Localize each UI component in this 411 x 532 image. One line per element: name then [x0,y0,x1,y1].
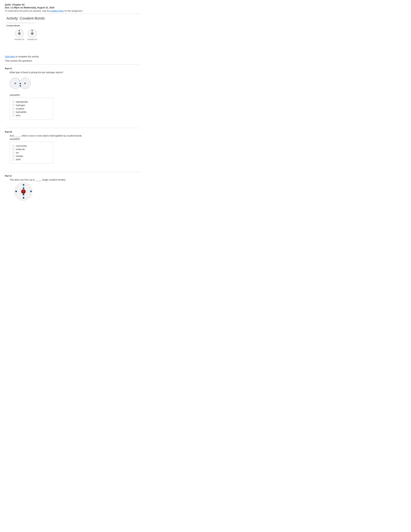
radio-b-5[interactable] [12,158,15,161]
radio-5[interactable] [12,114,15,116]
radio-1[interactable] [12,101,15,103]
part-a-option-1[interactable]: hydrophobic [12,101,51,103]
option-label-3: covalent [16,107,24,110]
quiz-policy: To understand how points are awarded, re… [5,10,140,12]
hydrogen-atom-b: Hydrogen (H) [28,29,37,40]
then-answer: Then answer the questions. [5,59,140,62]
part-b-option-4[interactable]: isotope [12,155,51,157]
option-label-5: ionic [16,114,20,117]
option-label-4: hydrophilic [16,111,27,113]
part-b-option-1[interactable]: community [12,145,51,147]
hydrogen-b-label: Hydrogen (H) [28,38,37,40]
radio-b-4[interactable] [12,155,15,157]
inner-electron-2 [23,194,24,195]
activity-title: Activity: Covalent Bonds [5,16,140,20]
h-right-label: H [24,82,26,85]
part-b-option-5[interactable]: shell [12,158,51,161]
radio-4[interactable] [12,111,15,113]
outer-electron-1 [23,184,24,186]
option-b-label-4: isotope [16,155,23,157]
covalent-bonds-label: Covalent Bonds [6,25,140,27]
radio-3[interactable] [12,107,15,110]
part-b-option-3[interactable]: ion [12,151,51,154]
option-label-2: hydrogen [16,104,25,106]
nucleus-atom-c [15,183,32,200]
part-c-divider [5,172,140,172]
outer-electron-2 [15,190,17,192]
radio-b-2[interactable] [12,148,15,150]
part-a-option-2[interactable]: hydrogen [12,104,51,106]
part-a-option-3[interactable]: covalent [12,107,51,110]
h-right-circle: H [19,78,31,89]
inner-electron-1 [23,187,24,189]
nucleus-c [21,189,26,194]
hydrogen-atom-a: Hydrogen (H) [15,29,24,40]
quiz-header: QUIZ: Chapter 02 Due: 11:59pm on Wednesd… [5,3,140,12]
part-a-header: Part A [5,67,140,70]
hydrogen-a-nucleus [18,32,21,35]
outer-electron-3 [30,190,32,192]
radio-b-1[interactable] [12,145,15,147]
part-b-question: A(n) _____ refers to two or more atoms h… [10,134,140,137]
hydrogen-diagram: Hydrogen (H) Hydrogen (H) [15,29,140,40]
activity-underline [6,23,36,23]
radio-2[interactable] [12,104,15,106]
option-label-1: hydrophobic [16,101,28,103]
part-a-option-4[interactable]: hydrophilic [12,111,51,113]
atom-diagram-c [15,183,140,200]
quiz-due: Due: 11:59pm on Wednesday, August 31, 20… [5,6,140,9]
radio-b-3[interactable] [12,152,15,154]
option-b-label-3: ion [16,151,19,154]
option-b-label-2: molecule [16,148,25,151]
hydrogen-a-label: Hydrogen (H) [15,38,24,40]
shared-dot-2 [20,85,21,86]
arrow-indicator: ↓ [25,75,26,77]
outer-electron-4 [23,197,24,199]
shared-electrons [20,83,21,86]
grading-policy-link[interactable]: Grading Policy [50,10,64,12]
click-here-link[interactable]: Click here [5,55,15,58]
electron-a1 [19,30,20,31]
shared-dot-1 [20,83,21,84]
part-a-question: What type of bond is joining the two hyd… [10,71,140,74]
hydrogen-a-circle [15,29,24,38]
part-b-header: Part B [5,130,140,133]
part-b-option-2[interactable]: molecule [12,148,51,151]
part-c-header: Part C [5,174,140,177]
header-divider [5,14,140,14]
hydrogen-b-circle [28,29,37,38]
part-a-answer-box: hydrophobic hydrogen covalent hydrophili… [10,98,53,120]
h-left-label: H [15,82,16,85]
hydrogen-b-nucleus [31,32,34,35]
quiz-title: QUIZ: Chapter 02 [5,3,140,6]
part-b-answer-box: community molecule ion isotope shell [10,142,53,164]
option-b-label-5: shell [16,158,20,161]
part-c-question: This atom can form up to _____ single co… [10,179,140,181]
electron-b1 [32,30,33,31]
part-a-option-5[interactable]: ionic [12,114,51,117]
click-here-section: Click here to complete this activity. [5,55,140,58]
hydrogen-bond-diagram: H H ↓ [10,75,36,91]
part-a-answer-label: ANSWER: [10,94,140,96]
part-b-answer-label: ANSWER: [10,138,140,140]
option-b-label-1: community [16,145,27,147]
